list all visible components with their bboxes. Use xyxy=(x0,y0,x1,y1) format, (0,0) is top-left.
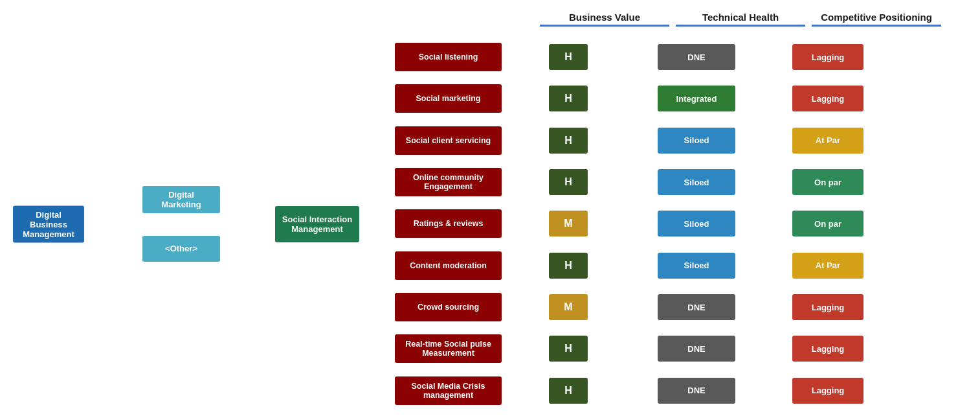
th-badge: DNE xyxy=(658,378,735,404)
leaf-row: Social listeningHDNELagging xyxy=(395,43,863,71)
cp-badge: Lagging xyxy=(792,336,863,362)
leaf-row: Crowd sourcingMDNELagging xyxy=(395,293,863,321)
th-badge: Siloed xyxy=(658,128,735,154)
root-node: Digital Business Management xyxy=(13,205,84,242)
bv-badge: H xyxy=(549,86,588,111)
leaf-node: Real-time Social pulse Measurement xyxy=(395,334,502,363)
mid-node-2: <Other> xyxy=(142,236,220,262)
leaf-node: Social listening xyxy=(395,43,502,71)
bv-badge: H xyxy=(549,44,588,70)
th-badge: Siloed xyxy=(658,253,735,279)
bv-badge: M xyxy=(549,211,588,237)
group-node: Social Interaction Management xyxy=(275,206,359,242)
header-business-value: Business Value xyxy=(540,12,669,27)
bv-badge: M xyxy=(549,294,588,320)
cp-badge: Lagging xyxy=(792,294,863,320)
bv-badge: H xyxy=(549,128,588,154)
header-technical-health: Technical Health xyxy=(676,12,805,27)
bv-badge: H xyxy=(549,336,588,362)
cp-badge: Lagging xyxy=(792,86,863,111)
leaf-node: Ratings & reviews xyxy=(395,209,502,238)
cp-badge: Lagging xyxy=(792,378,863,404)
mid-node-1: Digital Marketing xyxy=(142,186,220,213)
leaf-row: Content moderationHSiloedAt Par xyxy=(395,251,863,280)
main-container: Business Value Technical Health Competit… xyxy=(0,0,980,416)
leaf-node: Social client servicing xyxy=(395,126,502,155)
cp-badge: On par xyxy=(792,211,863,237)
cp-badge: At Par xyxy=(792,253,863,279)
th-badge: Siloed xyxy=(658,169,735,195)
cp-badge: Lagging xyxy=(792,44,863,70)
leaf-node: Social Media Crisis management xyxy=(395,376,502,405)
leaf-node: Content moderation xyxy=(395,251,502,280)
bv-badge: H xyxy=(549,378,588,404)
leaf-row: Online community EngagementHSiloedOn par xyxy=(395,168,863,196)
leaf-row: Social client servicingHSiloedAt Par xyxy=(395,126,863,155)
th-badge: DNE xyxy=(658,294,735,320)
cp-badge: At Par xyxy=(792,128,863,154)
leaf-row: Social Media Crisis managementHDNELaggin… xyxy=(395,376,863,405)
cp-badge: On par xyxy=(792,169,863,195)
leaf-row: Ratings & reviewsMSiloedOn par xyxy=(395,209,863,238)
header-competitive-positioning: Competitive Positioning xyxy=(812,12,941,27)
leaf-row: Social marketingHIntegratedLagging xyxy=(395,84,863,113)
bv-badge: H xyxy=(549,169,588,195)
header-row: Business Value Technical Health Competit… xyxy=(0,0,980,32)
diagram-area: Digital Business Management Digital Mark… xyxy=(0,32,980,416)
th-badge: Siloed xyxy=(658,211,735,237)
th-badge: Integrated xyxy=(658,86,735,111)
th-badge: DNE xyxy=(658,44,735,70)
bv-badge: H xyxy=(549,253,588,279)
leaf-row: Real-time Social pulse MeasurementHDNELa… xyxy=(395,334,863,363)
leaf-node: Social marketing xyxy=(395,84,502,113)
leaves-column: Social listeningHDNELaggingSocial market… xyxy=(395,32,863,416)
leaf-node: Online community Engagement xyxy=(395,168,502,196)
th-badge: DNE xyxy=(658,336,735,362)
leaf-node: Crowd sourcing xyxy=(395,293,502,321)
